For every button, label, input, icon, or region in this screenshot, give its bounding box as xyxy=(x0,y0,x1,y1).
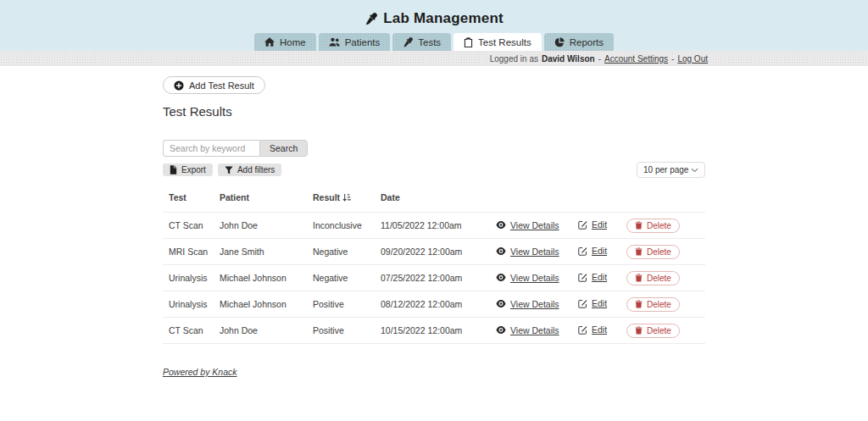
edit-link[interactable]: Edit xyxy=(578,272,607,282)
edit-link[interactable]: Edit xyxy=(578,324,607,335)
cell-date: 07/25/2022 12:00am xyxy=(379,265,494,291)
edit-icon xyxy=(578,299,587,308)
column-header-date[interactable]: Date xyxy=(379,187,494,213)
add-filters-label: Add filters xyxy=(237,165,275,174)
cell-patient: Jane Smith xyxy=(218,239,311,265)
cell-result: Positive xyxy=(311,318,379,344)
per-page-select[interactable]: 10 per page xyxy=(637,162,705,178)
page-title: Test Results xyxy=(163,104,705,119)
cell-test: Urinalysis xyxy=(163,265,218,291)
filter-icon xyxy=(225,166,233,174)
table-header-row: Test Patient Result Date xyxy=(163,187,705,213)
tab-label: Patients xyxy=(345,37,381,47)
cell-patient: John Doe xyxy=(218,213,311,239)
add-button-label: Add Test Result xyxy=(189,80,254,91)
delete-button[interactable]: Delete xyxy=(626,271,680,285)
table-row: CT Scan John Doe Inconclusive 11/05/2022… xyxy=(163,213,705,239)
tab-reports[interactable]: Reports xyxy=(544,33,614,51)
view-details-link[interactable]: View Details xyxy=(496,325,559,335)
view-details-label: View Details xyxy=(510,299,559,309)
delete-label: Delete xyxy=(647,247,671,257)
app-title: Lab Management xyxy=(383,10,504,27)
cell-patient: Michael Johnson xyxy=(218,291,311,318)
trash-icon xyxy=(635,247,643,256)
tab-label: Home xyxy=(280,37,306,47)
eye-icon xyxy=(496,247,506,255)
table-row: Urinalysis Michael Johnson Negative 07/2… xyxy=(163,265,705,291)
delete-button[interactable]: Delete xyxy=(626,245,680,259)
cell-date: 11/05/2022 12:00am xyxy=(379,213,494,239)
table-row: Urinalysis Michael Johnson Positive 08/1… xyxy=(163,291,705,318)
delete-label: Delete xyxy=(647,274,671,283)
edit-link[interactable]: Edit xyxy=(578,219,607,230)
main-content: Add Test Result Test Results Search Expo… xyxy=(163,66,705,379)
separator: - xyxy=(671,54,674,64)
column-header-result[interactable]: Result xyxy=(311,187,379,213)
column-header-actions xyxy=(576,187,625,213)
app-title-row: Lab Management xyxy=(0,8,868,30)
delete-button[interactable]: Delete xyxy=(626,219,680,233)
export-label: Export xyxy=(181,165,206,174)
cell-date: 09/20/2022 12:00am xyxy=(379,239,494,265)
table-toolbar: Export Add filters 10 per page xyxy=(163,162,705,178)
view-details-link[interactable]: View Details xyxy=(496,220,559,230)
paste-icon xyxy=(464,37,473,47)
cell-test: CT Scan xyxy=(163,318,218,344)
eye-icon xyxy=(496,274,506,281)
edit-label: Edit xyxy=(592,246,607,256)
powered-by-link[interactable]: Powered by Knack xyxy=(163,367,237,377)
column-header-patient[interactable]: Patient xyxy=(218,187,311,213)
cell-result: Negative xyxy=(311,239,379,265)
delete-button[interactable]: Delete xyxy=(626,297,680,312)
add-test-result-button[interactable]: Add Test Result xyxy=(163,76,265,94)
view-details-link[interactable]: View Details xyxy=(496,273,559,283)
edit-icon xyxy=(578,247,587,256)
cell-result: Negative xyxy=(311,265,379,291)
trash-icon xyxy=(635,274,643,282)
cell-patient: John Doe xyxy=(218,318,311,344)
cell-date: 08/12/2022 12:00am xyxy=(379,291,494,318)
eye-icon xyxy=(496,221,506,229)
edit-link[interactable]: Edit xyxy=(578,246,607,256)
tab-label: Reports xyxy=(570,37,604,47)
cell-test: MRI Scan xyxy=(163,239,218,265)
table-row: CT Scan John Doe Positive 10/15/2022 12:… xyxy=(163,318,705,344)
column-header-test[interactable]: Test xyxy=(163,187,218,213)
tab-label: Test Results xyxy=(478,37,531,47)
main-nav: Home Patients Tests Test Results Reports xyxy=(0,33,868,51)
users-icon xyxy=(329,37,340,47)
tab-label: Tests xyxy=(418,37,441,47)
user-bar: Logged in as David Wilson - Account Sett… xyxy=(0,51,868,66)
logged-in-prefix: Logged in as xyxy=(490,54,538,64)
trash-icon xyxy=(635,326,643,335)
search-button[interactable]: Search xyxy=(259,140,308,157)
column-header-actions xyxy=(494,187,576,213)
add-filters-button[interactable]: Add filters xyxy=(218,163,281,176)
export-button[interactable]: Export xyxy=(163,163,213,176)
view-details-label: View Details xyxy=(510,325,559,335)
cell-date: 10/15/2022 12:00am xyxy=(379,318,494,344)
edit-label: Edit xyxy=(592,298,607,308)
account-settings-link[interactable]: Account Settings xyxy=(604,54,668,64)
edit-link[interactable]: Edit xyxy=(578,298,607,308)
per-page-value: 10 per page xyxy=(643,165,688,174)
tab-test-results[interactable]: Test Results xyxy=(453,33,542,51)
edit-label: Edit xyxy=(592,272,607,282)
app-header: Lab Management Home Patients Tests Test … xyxy=(0,0,868,51)
eyedropper-icon xyxy=(403,37,413,47)
test-results-table: Test Patient Result Date CT Scan John Do… xyxy=(163,187,705,344)
view-details-link[interactable]: View Details xyxy=(496,247,559,257)
search-input[interactable] xyxy=(163,140,259,157)
tab-home[interactable]: Home xyxy=(254,33,316,51)
logout-link[interactable]: Log Out xyxy=(677,54,708,64)
eyedropper-icon xyxy=(364,13,377,25)
search-bar: Search xyxy=(163,140,705,157)
edit-label: Edit xyxy=(592,324,607,335)
tab-patients[interactable]: Patients xyxy=(319,33,391,51)
view-details-label: View Details xyxy=(510,273,559,283)
cell-patient: Michael Johnson xyxy=(218,265,311,291)
column-header-result-label: Result xyxy=(313,192,340,202)
view-details-link[interactable]: View Details xyxy=(496,299,559,309)
tab-tests[interactable]: Tests xyxy=(392,33,451,51)
delete-button[interactable]: Delete xyxy=(626,324,680,338)
